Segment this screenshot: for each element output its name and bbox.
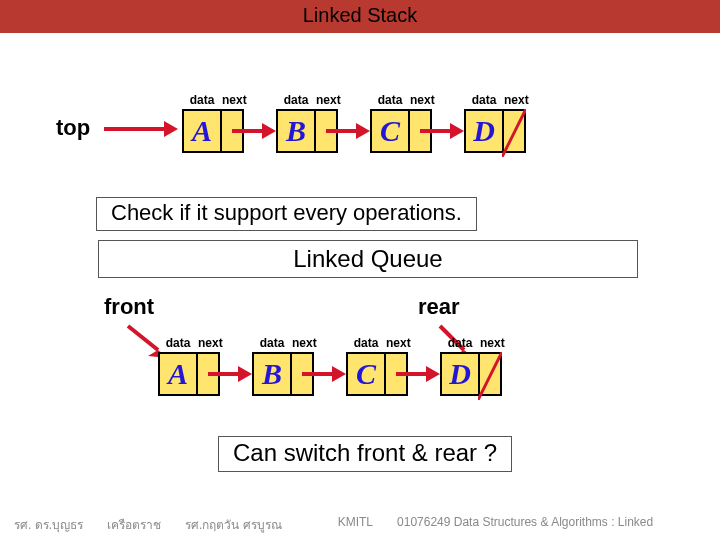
footer-author: เครือตราช	[107, 515, 161, 534]
list-node: data next B	[252, 336, 314, 396]
footer-inst: KMITL	[338, 515, 373, 534]
node-header-next: next	[410, 93, 432, 107]
node-header-next: next	[504, 93, 526, 107]
node-next-cell	[410, 111, 430, 151]
node-header-data: data	[158, 336, 198, 350]
node-next-cell	[198, 354, 218, 394]
node-header: data next	[464, 93, 526, 109]
list-node: data next C	[346, 336, 408, 396]
node-value: C	[348, 354, 386, 394]
list-node: data next D	[464, 93, 526, 153]
node-header: data next	[370, 93, 432, 109]
node-header-data: data	[370, 93, 410, 107]
node-header-data: data	[182, 93, 222, 107]
list-node: data next B	[276, 93, 338, 153]
node-next-cell	[316, 111, 336, 151]
node-header-next: next	[222, 93, 244, 107]
node-next-cell	[222, 111, 242, 151]
node-value: A	[160, 354, 198, 394]
stack-note: Check if it support every operations.	[96, 197, 477, 231]
list-node: data next C	[370, 93, 432, 153]
svg-line-0	[502, 109, 526, 157]
footer-author: รศ. ดร.บุญธร	[14, 515, 83, 534]
node-header-data: data	[464, 93, 504, 107]
node-header-next: next	[480, 336, 502, 350]
page-title: Linked Stack	[0, 0, 720, 33]
stack-node-row: data next A data next B	[182, 93, 526, 153]
footer: รศ. ดร.บุญธร เครือตราช รศ.กฤตวัน ศรบูรณ …	[0, 515, 720, 534]
node-next-cell	[504, 111, 524, 151]
node-next-cell	[480, 354, 500, 394]
queue-rear-label: rear	[418, 294, 460, 320]
node-value: D	[466, 111, 504, 151]
node-header-data: data	[252, 336, 292, 350]
svg-line-1	[128, 326, 158, 350]
node-header-next: next	[316, 93, 338, 107]
node-header-data: data	[440, 336, 480, 350]
stack-section: top data next A data next	[0, 33, 720, 233]
node-header: data next	[346, 336, 408, 352]
node-header: data next	[440, 336, 502, 352]
node-header-next: next	[386, 336, 408, 350]
node-header-next: next	[198, 336, 220, 350]
queue-section: front rear data next A data next	[0, 280, 720, 500]
node-value: C	[372, 111, 410, 151]
footer-course: 01076249 Data Structures & Algorithms : …	[397, 515, 653, 534]
node-value: B	[254, 354, 292, 394]
node-value: A	[184, 111, 222, 151]
node-next-cell	[386, 354, 406, 394]
node-next-cell	[292, 354, 312, 394]
queue-node-row: data next A data next B	[158, 336, 502, 396]
list-node: data next A	[182, 93, 244, 153]
node-header: data next	[158, 336, 220, 352]
list-node: data next D	[440, 336, 502, 396]
null-icon	[478, 352, 502, 400]
footer-author: รศ.กฤตวัน ศรบูรณ	[185, 515, 282, 534]
svg-line-5	[478, 352, 502, 400]
queue-front-label: front	[104, 294, 154, 320]
node-header: data next	[276, 93, 338, 109]
node-header: data next	[252, 336, 314, 352]
node-header-next: next	[292, 336, 314, 350]
node-value: D	[442, 354, 480, 394]
queue-heading: Linked Queue	[98, 240, 638, 278]
node-header-data: data	[346, 336, 386, 350]
null-icon	[502, 109, 526, 157]
stack-pointer-label: top	[56, 115, 90, 141]
node-header-data: data	[276, 93, 316, 107]
queue-note: Can switch front & rear ?	[218, 436, 512, 472]
node-header: data next	[182, 93, 244, 109]
node-value: B	[278, 111, 316, 151]
list-node: data next A	[158, 336, 220, 396]
